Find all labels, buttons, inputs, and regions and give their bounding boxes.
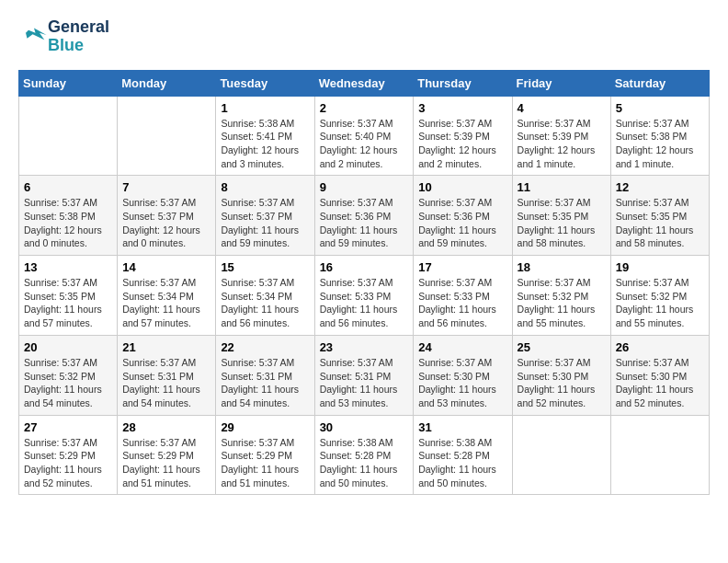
day-number: 7 (122, 180, 210, 194)
day-number: 26 (616, 340, 704, 354)
day-info: Sunrise: 5:37 AM Sunset: 5:35 PM Dayligh… (518, 196, 606, 250)
day-info: Sunrise: 5:37 AM Sunset: 5:37 PM Dayligh… (221, 196, 309, 250)
calendar-day-cell: 25Sunrise: 5:37 AM Sunset: 5:30 PM Dayli… (512, 335, 610, 415)
day-number: 12 (616, 180, 704, 194)
day-info: Sunrise: 5:37 AM Sunset: 5:30 PM Dayligh… (418, 356, 506, 410)
day-number: 14 (122, 260, 210, 274)
day-info: Sunrise: 5:37 AM Sunset: 5:38 PM Dayligh… (24, 196, 112, 250)
calendar-day-cell: 28Sunrise: 5:37 AM Sunset: 5:29 PM Dayli… (118, 415, 216, 495)
day-info: Sunrise: 5:37 AM Sunset: 5:30 PM Dayligh… (518, 356, 606, 410)
calendar-day-cell: 14Sunrise: 5:37 AM Sunset: 5:34 PM Dayli… (118, 256, 216, 336)
logo-bird-icon (20, 24, 48, 46)
calendar-day-cell: 30Sunrise: 5:38 AM Sunset: 5:28 PM Dayli… (314, 415, 414, 495)
day-number: 28 (122, 420, 210, 434)
day-info: Sunrise: 5:37 AM Sunset: 5:37 PM Dayligh… (122, 196, 210, 250)
day-number: 24 (418, 340, 506, 354)
calendar-day-cell: 27Sunrise: 5:37 AM Sunset: 5:29 PM Dayli… (19, 415, 118, 495)
calendar-day-cell: 31Sunrise: 5:38 AM Sunset: 5:28 PM Dayli… (414, 415, 512, 495)
day-info: Sunrise: 5:37 AM Sunset: 5:29 PM Dayligh… (122, 436, 210, 490)
weekday-header-cell: Thursday (414, 70, 512, 96)
day-number: 27 (24, 420, 112, 434)
day-number: 30 (320, 420, 409, 434)
calendar-day-cell: 16Sunrise: 5:37 AM Sunset: 5:33 PM Dayli… (314, 256, 414, 336)
day-info: Sunrise: 5:37 AM Sunset: 5:33 PM Dayligh… (320, 276, 409, 330)
calendar-day-cell: 21Sunrise: 5:37 AM Sunset: 5:31 PM Dayli… (118, 335, 216, 415)
calendar-day-cell: 18Sunrise: 5:37 AM Sunset: 5:32 PM Dayli… (512, 256, 610, 336)
day-info: Sunrise: 5:37 AM Sunset: 5:36 PM Dayligh… (320, 196, 409, 250)
calendar-day-cell: 12Sunrise: 5:37 AM Sunset: 5:35 PM Dayli… (610, 176, 709, 256)
day-number: 15 (221, 260, 309, 274)
day-info: Sunrise: 5:37 AM Sunset: 5:31 PM Dayligh… (122, 356, 210, 410)
day-number: 22 (221, 340, 309, 354)
calendar-day-cell: 23Sunrise: 5:37 AM Sunset: 5:31 PM Dayli… (314, 335, 414, 415)
weekday-header-cell: Tuesday (216, 70, 314, 96)
day-number: 21 (122, 340, 210, 354)
day-number: 10 (418, 180, 506, 194)
calendar-table: SundayMondayTuesdayWednesdayThursdayFrid… (18, 70, 710, 496)
day-number: 8 (221, 180, 309, 194)
calendar-week-row: 1Sunrise: 5:38 AM Sunset: 5:41 PM Daylig… (19, 96, 710, 176)
weekday-header-cell: Wednesday (314, 70, 414, 96)
day-number: 5 (616, 101, 704, 115)
calendar-day-cell: 8Sunrise: 5:37 AM Sunset: 5:37 PM Daylig… (216, 176, 314, 256)
day-number: 6 (24, 180, 112, 194)
day-number: 3 (418, 101, 506, 115)
calendar-day-cell: 17Sunrise: 5:37 AM Sunset: 5:33 PM Dayli… (414, 256, 512, 336)
day-info: Sunrise: 5:37 AM Sunset: 5:38 PM Dayligh… (616, 117, 704, 171)
day-info: Sunrise: 5:37 AM Sunset: 5:34 PM Dayligh… (122, 276, 210, 330)
calendar-day-cell: 4Sunrise: 5:37 AM Sunset: 5:39 PM Daylig… (512, 96, 610, 176)
calendar-day-cell: 15Sunrise: 5:37 AM Sunset: 5:34 PM Dayli… (216, 256, 314, 336)
calendar-day-cell: 7Sunrise: 5:37 AM Sunset: 5:37 PM Daylig… (118, 176, 216, 256)
day-number: 2 (320, 101, 409, 115)
calendar-body: 1Sunrise: 5:38 AM Sunset: 5:41 PM Daylig… (19, 96, 710, 495)
day-info: Sunrise: 5:37 AM Sunset: 5:39 PM Dayligh… (518, 117, 606, 171)
day-info: Sunrise: 5:37 AM Sunset: 5:40 PM Dayligh… (320, 117, 409, 171)
calendar-day-cell (19, 96, 118, 176)
weekday-header-cell: Monday (118, 70, 216, 96)
day-number: 29 (221, 420, 309, 434)
calendar-day-cell: 24Sunrise: 5:37 AM Sunset: 5:30 PM Dayli… (414, 335, 512, 415)
weekday-header-cell: Saturday (610, 70, 709, 96)
calendar-week-row: 13Sunrise: 5:37 AM Sunset: 5:35 PM Dayli… (19, 256, 710, 336)
day-info: Sunrise: 5:37 AM Sunset: 5:32 PM Dayligh… (616, 276, 704, 330)
day-number: 19 (616, 260, 704, 274)
calendar-day-cell: 10Sunrise: 5:37 AM Sunset: 5:36 PM Dayli… (414, 176, 512, 256)
day-info: Sunrise: 5:37 AM Sunset: 5:35 PM Dayligh… (24, 276, 112, 330)
day-number: 17 (418, 260, 506, 274)
weekday-header-cell: Friday (512, 70, 610, 96)
calendar-day-cell: 26Sunrise: 5:37 AM Sunset: 5:30 PM Dayli… (610, 335, 709, 415)
day-number: 9 (320, 180, 409, 194)
day-info: Sunrise: 5:38 AM Sunset: 5:28 PM Dayligh… (418, 436, 506, 490)
calendar-day-cell: 6Sunrise: 5:37 AM Sunset: 5:38 PM Daylig… (19, 176, 118, 256)
calendar-day-cell: 13Sunrise: 5:37 AM Sunset: 5:35 PM Dayli… (19, 256, 118, 336)
day-info: Sunrise: 5:37 AM Sunset: 5:36 PM Dayligh… (418, 196, 506, 250)
calendar-day-cell: 29Sunrise: 5:37 AM Sunset: 5:29 PM Dayli… (216, 415, 314, 495)
calendar-day-cell: 20Sunrise: 5:37 AM Sunset: 5:32 PM Dayli… (19, 335, 118, 415)
day-number: 11 (518, 180, 606, 194)
day-number: 20 (24, 340, 112, 354)
day-number: 18 (518, 260, 606, 274)
calendar-day-cell: 11Sunrise: 5:37 AM Sunset: 5:35 PM Dayli… (512, 176, 610, 256)
calendar-day-cell (118, 96, 216, 176)
calendar-day-cell: 5Sunrise: 5:37 AM Sunset: 5:38 PM Daylig… (610, 96, 709, 176)
day-info: Sunrise: 5:37 AM Sunset: 5:32 PM Dayligh… (24, 356, 112, 410)
header: General Blue (18, 18, 710, 55)
day-number: 31 (418, 420, 506, 434)
day-info: Sunrise: 5:37 AM Sunset: 5:32 PM Dayligh… (518, 276, 606, 330)
logo-text: General Blue (48, 18, 109, 55)
day-info: Sunrise: 5:38 AM Sunset: 5:28 PM Dayligh… (320, 436, 409, 490)
day-info: Sunrise: 5:37 AM Sunset: 5:35 PM Dayligh… (616, 196, 704, 250)
weekday-header-cell: Sunday (19, 70, 118, 96)
day-info: Sunrise: 5:37 AM Sunset: 5:30 PM Dayligh… (616, 356, 704, 410)
day-info: Sunrise: 5:37 AM Sunset: 5:29 PM Dayligh… (221, 436, 309, 490)
weekday-header-row: SundayMondayTuesdayWednesdayThursdayFrid… (19, 70, 710, 96)
logo: General Blue (18, 18, 109, 55)
day-info: Sunrise: 5:37 AM Sunset: 5:31 PM Dayligh… (221, 356, 309, 410)
day-info: Sunrise: 5:37 AM Sunset: 5:34 PM Dayligh… (221, 276, 309, 330)
calendar-week-row: 27Sunrise: 5:37 AM Sunset: 5:29 PM Dayli… (19, 415, 710, 495)
day-number: 25 (518, 340, 606, 354)
day-info: Sunrise: 5:37 AM Sunset: 5:33 PM Dayligh… (418, 276, 506, 330)
calendar-day-cell: 9Sunrise: 5:37 AM Sunset: 5:36 PM Daylig… (314, 176, 414, 256)
day-info: Sunrise: 5:37 AM Sunset: 5:39 PM Dayligh… (418, 117, 506, 171)
calendar-day-cell: 3Sunrise: 5:37 AM Sunset: 5:39 PM Daylig… (414, 96, 512, 176)
